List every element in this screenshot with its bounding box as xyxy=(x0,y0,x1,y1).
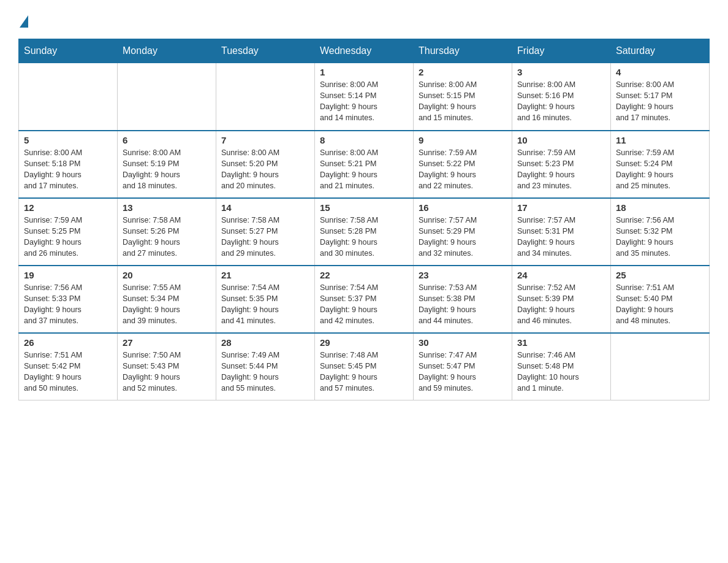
day-number: 14 xyxy=(221,202,309,213)
day-info: Sunrise: 7:51 AM Sunset: 5:40 PM Dayligh… xyxy=(616,282,704,327)
calendar-week-row: 5Sunrise: 8:00 AM Sunset: 5:18 PM Daylig… xyxy=(19,131,710,198)
calendar-cell: 10Sunrise: 7:59 AM Sunset: 5:23 PM Dayli… xyxy=(512,131,611,198)
day-number: 11 xyxy=(616,135,704,145)
day-info: Sunrise: 7:54 AM Sunset: 5:35 PM Dayligh… xyxy=(221,282,309,327)
calendar-cell: 8Sunrise: 8:00 AM Sunset: 5:21 PM Daylig… xyxy=(315,131,414,198)
calendar-cell xyxy=(19,63,118,131)
day-info: Sunrise: 7:59 AM Sunset: 5:24 PM Dayligh… xyxy=(616,147,704,192)
calendar-cell xyxy=(611,333,710,400)
day-number: 6 xyxy=(123,135,211,145)
calendar-cell: 20Sunrise: 7:55 AM Sunset: 5:34 PM Dayli… xyxy=(118,266,216,333)
header-day: Thursday xyxy=(414,39,512,63)
day-info: Sunrise: 7:58 AM Sunset: 5:26 PM Dayligh… xyxy=(123,215,211,259)
calendar-cell: 1Sunrise: 8:00 AM Sunset: 5:14 PM Daylig… xyxy=(315,63,414,131)
day-info: Sunrise: 7:58 AM Sunset: 5:28 PM Dayligh… xyxy=(320,215,408,259)
day-number: 18 xyxy=(616,202,704,213)
calendar-cell: 24Sunrise: 7:52 AM Sunset: 5:39 PM Dayli… xyxy=(512,266,611,333)
calendar-cell: 6Sunrise: 8:00 AM Sunset: 5:19 PM Daylig… xyxy=(118,131,216,198)
calendar-cell xyxy=(118,63,216,131)
day-info: Sunrise: 8:00 AM Sunset: 5:14 PM Dayligh… xyxy=(320,79,408,124)
header-day: Saturday xyxy=(611,39,710,63)
day-number: 3 xyxy=(517,67,605,77)
header-day: Monday xyxy=(118,39,216,63)
calendar-week-row: 19Sunrise: 7:56 AM Sunset: 5:33 PM Dayli… xyxy=(19,266,710,333)
calendar-cell: 21Sunrise: 7:54 AM Sunset: 5:35 PM Dayli… xyxy=(216,266,315,333)
day-info: Sunrise: 8:00 AM Sunset: 5:18 PM Dayligh… xyxy=(24,147,112,192)
calendar-cell: 9Sunrise: 7:59 AM Sunset: 5:22 PM Daylig… xyxy=(414,131,512,198)
day-number: 8 xyxy=(320,135,408,145)
day-number: 29 xyxy=(320,337,408,348)
day-info: Sunrise: 7:59 AM Sunset: 5:23 PM Dayligh… xyxy=(517,147,605,192)
day-number: 5 xyxy=(24,135,112,145)
calendar-cell: 18Sunrise: 7:56 AM Sunset: 5:32 PM Dayli… xyxy=(611,198,710,266)
header-day: Friday xyxy=(512,39,611,63)
day-info: Sunrise: 8:00 AM Sunset: 5:20 PM Dayligh… xyxy=(221,147,309,192)
day-number: 17 xyxy=(517,202,605,213)
calendar-cell: 17Sunrise: 7:57 AM Sunset: 5:31 PM Dayli… xyxy=(512,198,611,266)
calendar-week-row: 12Sunrise: 7:59 AM Sunset: 5:25 PM Dayli… xyxy=(19,198,710,266)
day-number: 15 xyxy=(320,202,408,213)
calendar-cell: 19Sunrise: 7:56 AM Sunset: 5:33 PM Dayli… xyxy=(19,266,118,333)
day-info: Sunrise: 8:00 AM Sunset: 5:15 PM Dayligh… xyxy=(419,79,507,124)
day-number: 25 xyxy=(616,270,704,280)
day-number: 23 xyxy=(419,270,507,280)
day-number: 28 xyxy=(221,337,309,348)
day-number: 13 xyxy=(123,202,211,213)
day-number: 12 xyxy=(24,202,112,213)
calendar-cell: 25Sunrise: 7:51 AM Sunset: 5:40 PM Dayli… xyxy=(611,266,710,333)
day-info: Sunrise: 7:50 AM Sunset: 5:43 PM Dayligh… xyxy=(123,350,211,394)
calendar-cell: 7Sunrise: 8:00 AM Sunset: 5:20 PM Daylig… xyxy=(216,131,315,198)
day-number: 4 xyxy=(616,67,704,77)
page-header xyxy=(18,12,710,26)
calendar-cell: 26Sunrise: 7:51 AM Sunset: 5:42 PM Dayli… xyxy=(19,333,118,400)
calendar-week-row: 26Sunrise: 7:51 AM Sunset: 5:42 PM Dayli… xyxy=(19,333,710,400)
day-info: Sunrise: 7:52 AM Sunset: 5:39 PM Dayligh… xyxy=(517,282,605,327)
day-number: 1 xyxy=(320,67,408,77)
calendar-cell: 11Sunrise: 7:59 AM Sunset: 5:24 PM Dayli… xyxy=(611,131,710,198)
day-number: 16 xyxy=(419,202,507,213)
day-number: 7 xyxy=(221,135,309,145)
header-day: Sunday xyxy=(19,39,118,63)
logo-triangle-icon xyxy=(20,15,28,28)
header-day: Tuesday xyxy=(216,39,315,63)
day-info: Sunrise: 7:48 AM Sunset: 5:45 PM Dayligh… xyxy=(320,350,408,394)
calendar-cell: 28Sunrise: 7:49 AM Sunset: 5:44 PM Dayli… xyxy=(216,333,315,400)
day-info: Sunrise: 7:59 AM Sunset: 5:25 PM Dayligh… xyxy=(24,215,112,259)
day-number: 22 xyxy=(320,270,408,280)
day-info: Sunrise: 7:59 AM Sunset: 5:22 PM Dayligh… xyxy=(419,147,507,192)
day-number: 30 xyxy=(419,337,507,348)
calendar-cell: 2Sunrise: 8:00 AM Sunset: 5:15 PM Daylig… xyxy=(414,63,512,131)
day-info: Sunrise: 7:56 AM Sunset: 5:32 PM Dayligh… xyxy=(616,215,704,259)
day-info: Sunrise: 7:56 AM Sunset: 5:33 PM Dayligh… xyxy=(24,282,112,327)
calendar-cell xyxy=(216,63,315,131)
day-info: Sunrise: 7:46 AM Sunset: 5:48 PM Dayligh… xyxy=(517,350,605,394)
calendar-cell: 27Sunrise: 7:50 AM Sunset: 5:43 PM Dayli… xyxy=(118,333,216,400)
calendar-cell: 3Sunrise: 8:00 AM Sunset: 5:16 PM Daylig… xyxy=(512,63,611,131)
day-info: Sunrise: 7:58 AM Sunset: 5:27 PM Dayligh… xyxy=(221,215,309,259)
calendar-cell: 22Sunrise: 7:54 AM Sunset: 5:37 PM Dayli… xyxy=(315,266,414,333)
header-row: SundayMondayTuesdayWednesdayThursdayFrid… xyxy=(19,39,710,63)
calendar-cell: 15Sunrise: 7:58 AM Sunset: 5:28 PM Dayli… xyxy=(315,198,414,266)
logo xyxy=(18,12,28,26)
day-number: 31 xyxy=(517,337,605,348)
calendar-table: SundayMondayTuesdayWednesdayThursdayFrid… xyxy=(18,39,710,400)
day-info: Sunrise: 7:49 AM Sunset: 5:44 PM Dayligh… xyxy=(221,350,309,394)
day-info: Sunrise: 8:00 AM Sunset: 5:21 PM Dayligh… xyxy=(320,147,408,192)
calendar-cell: 5Sunrise: 8:00 AM Sunset: 5:18 PM Daylig… xyxy=(19,131,118,198)
calendar-cell: 14Sunrise: 7:58 AM Sunset: 5:27 PM Dayli… xyxy=(216,198,315,266)
day-info: Sunrise: 7:53 AM Sunset: 5:38 PM Dayligh… xyxy=(419,282,507,327)
day-number: 27 xyxy=(123,337,211,348)
day-info: Sunrise: 7:54 AM Sunset: 5:37 PM Dayligh… xyxy=(320,282,408,327)
day-number: 26 xyxy=(24,337,112,348)
day-info: Sunrise: 8:00 AM Sunset: 5:16 PM Dayligh… xyxy=(517,79,605,124)
calendar-cell: 23Sunrise: 7:53 AM Sunset: 5:38 PM Dayli… xyxy=(414,266,512,333)
calendar-cell: 31Sunrise: 7:46 AM Sunset: 5:48 PM Dayli… xyxy=(512,333,611,400)
calendar-cell: 4Sunrise: 8:00 AM Sunset: 5:17 PM Daylig… xyxy=(611,63,710,131)
day-info: Sunrise: 7:51 AM Sunset: 5:42 PM Dayligh… xyxy=(24,350,112,394)
day-info: Sunrise: 7:47 AM Sunset: 5:47 PM Dayligh… xyxy=(419,350,507,394)
day-info: Sunrise: 8:00 AM Sunset: 5:17 PM Dayligh… xyxy=(616,79,704,124)
day-info: Sunrise: 7:57 AM Sunset: 5:29 PM Dayligh… xyxy=(419,215,507,259)
day-info: Sunrise: 8:00 AM Sunset: 5:19 PM Dayligh… xyxy=(123,147,211,192)
day-number: 9 xyxy=(419,135,507,145)
calendar-cell: 12Sunrise: 7:59 AM Sunset: 5:25 PM Dayli… xyxy=(19,198,118,266)
